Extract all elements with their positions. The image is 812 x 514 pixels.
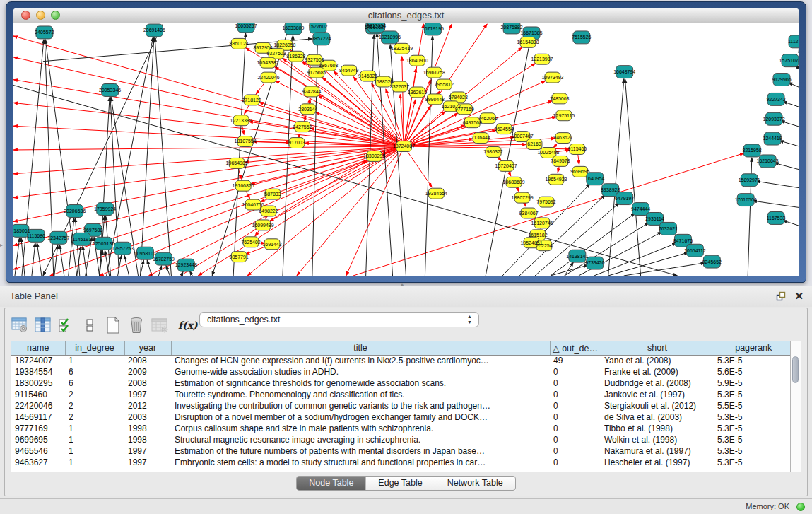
table-cell[interactable]: Genome-wide association studies in ADHD.: [171, 366, 550, 378]
table-cell[interactable]: 0: [550, 434, 601, 445]
table-cell[interactable]: Jankovic et al. (1997): [601, 389, 714, 400]
table-row[interactable]: 946554611997Estimation of the future num…: [11, 445, 793, 457]
graph-edge[interactable]: [783, 102, 799, 107]
close-panel-icon[interactable]: ✕: [794, 291, 804, 302]
table-cell[interactable]: 1: [65, 355, 124, 366]
table-cell[interactable]: Franke et al. (2009): [601, 366, 714, 378]
column-header-name[interactable]: name: [11, 341, 65, 355]
column-header-year[interactable]: year: [124, 341, 171, 355]
table-cell[interactable]: 1: [65, 434, 124, 445]
new-table-icon[interactable]: [104, 317, 122, 334]
graph-edge[interactable]: [54, 245, 58, 276]
sidebar-collapse-arrow[interactable]: ▸: [0, 242, 3, 248]
column-header-in_degree[interactable]: in_degree: [65, 341, 124, 355]
table-cell[interactable]: 9115460: [11, 389, 65, 400]
table-cell[interactable]: 2003: [124, 411, 171, 423]
vertical-scrollbar[interactable]: [790, 341, 801, 472]
graph-edge[interactable]: [781, 121, 799, 127]
table-cell[interactable]: 19384554: [11, 366, 65, 378]
function-builder-icon[interactable]: f(x): [178, 320, 198, 331]
graph-edge[interactable]: [15, 238, 20, 276]
graph-edge[interactable]: [535, 203, 619, 276]
float-panel-icon[interactable]: [776, 291, 786, 301]
table-row[interactable]: 1456911722003Disruption of a novel membe…: [11, 411, 793, 423]
table-cell[interactable]: 5.3E-5: [714, 389, 793, 400]
column-header-out_de[interactable]: △ out_de…: [550, 341, 601, 355]
table-row[interactable]: 2242004622012Investigating the contribut…: [11, 400, 793, 411]
network-svg[interactable]: 2405572206914061065525716033809152760278…: [13, 23, 799, 276]
table-row[interactable]: 969969511998Structural magnetic resonanc…: [11, 434, 793, 445]
table-cell[interactable]: 2009: [124, 366, 171, 378]
table-cell[interactable]: 9777169: [11, 423, 65, 434]
table-cell[interactable]: 5.6E-5: [714, 366, 793, 378]
column-header-pagerank[interactable]: pagerank: [714, 341, 793, 355]
table-cell[interactable]: 1997: [124, 457, 171, 468]
tab-edge-table[interactable]: Edge Table: [365, 477, 434, 490]
graph-edge[interactable]: [624, 263, 705, 276]
table-row[interactable]: 946362711997Embryonic stem cells: a mode…: [11, 457, 793, 468]
table-cell[interactable]: 0: [550, 400, 601, 411]
table-cell[interactable]: Wolkin et al. (1998): [601, 434, 714, 445]
table-cell[interactable]: 0: [550, 378, 601, 389]
table-cell[interactable]: 6: [65, 366, 124, 378]
table-row[interactable]: 1830029562008Estimation of significance …: [11, 378, 793, 389]
table-row[interactable]: 911546021997Tourette syndrome. Phenomeno…: [11, 389, 793, 400]
graph-edge[interactable]: [13, 103, 404, 146]
table-cell[interactable]: 2008: [124, 378, 171, 389]
graph-edge[interactable]: [13, 146, 404, 245]
table-cell[interactable]: Structural magnetic resonance image aver…: [171, 434, 550, 445]
scrollbar-thumb[interactable]: [792, 356, 799, 383]
table-cell[interactable]: Tourette syndrome. Phenomenology and cla…: [171, 389, 550, 400]
table-cell[interactable]: 2: [65, 411, 124, 423]
graph-edge[interactable]: [83, 246, 87, 276]
graph-edge[interactable]: [189, 271, 192, 276]
column-header-short[interactable]: short: [601, 341, 714, 355]
table-cell[interactable]: Disruption of a novel member of a sodium…: [171, 411, 550, 423]
table-cell[interactable]: 0: [550, 411, 601, 423]
table-cell[interactable]: Estimation of the future numbers of pati…: [171, 445, 550, 457]
table-cell[interactable]: Embryonic stem cells: a model to study s…: [171, 457, 550, 468]
table-cell[interactable]: 5.3E-5: [714, 457, 793, 468]
table-cell[interactable]: 49: [550, 355, 601, 366]
table-cell[interactable]: 9465546: [11, 445, 65, 457]
network-view-window[interactable]: citations_edges.txt 24055722069140610655…: [6, 1, 806, 283]
network-canvas[interactable]: 2405572206914061065525716033809152760278…: [13, 23, 799, 276]
table-cell[interactable]: 2012: [124, 400, 171, 411]
table-cell[interactable]: 18300295: [11, 378, 65, 389]
table-cell[interactable]: 1998: [124, 434, 171, 445]
table-cell[interactable]: Tibbo et al. (1998): [601, 423, 714, 434]
graph-edge[interactable]: [353, 153, 744, 276]
table-cell[interactable]: 0: [550, 423, 601, 434]
table-cell[interactable]: 6: [65, 378, 124, 389]
table-cell[interactable]: 1: [65, 457, 124, 468]
table-cell[interactable]: Corpus callosum shape and size in male p…: [171, 423, 550, 434]
table-cell[interactable]: Stergiakouli et al. (2012): [601, 400, 714, 411]
graph-edge[interactable]: [147, 260, 151, 276]
graph-edge[interactable]: [799, 49, 799, 50]
graph-edge[interactable]: [13, 146, 404, 150]
table-row[interactable]: 1938455462009Genome-wide association stu…: [11, 366, 793, 378]
table-cell[interactable]: 5.3E-5: [714, 423, 793, 434]
table-cell[interactable]: 1998: [124, 423, 171, 434]
graph-edge[interactable]: [608, 252, 688, 276]
graph-edge[interactable]: [756, 181, 799, 187]
column-header-title[interactable]: title: [171, 341, 550, 355]
graph-edge[interactable]: [37, 243, 42, 276]
graph-edge[interactable]: [13, 36, 404, 146]
graph-edge[interactable]: [783, 221, 799, 226]
table-cell[interactable]: 2008: [124, 355, 171, 366]
graph-edge[interactable]: [32, 243, 35, 276]
table-settings-icon[interactable]: [11, 317, 29, 334]
table-row[interactable]: 1872400712008Changes of HCN gene express…: [11, 355, 793, 366]
import-table-icon[interactable]: [151, 317, 169, 334]
graph-edge[interactable]: [608, 79, 624, 276]
graph-edge[interactable]: [124, 255, 129, 276]
graph-edge[interactable]: [166, 265, 170, 276]
table-cell[interactable]: 1: [65, 445, 124, 457]
table-cell[interactable]: 14569117: [11, 411, 65, 423]
table-cell[interactable]: 5.3E-5: [714, 411, 793, 423]
table-cell[interactable]: 5.5E-5: [714, 400, 793, 411]
table-cell[interactable]: 2: [65, 400, 124, 411]
graph-edge[interactable]: [13, 146, 404, 198]
table-cell[interactable]: Investigating the contribution of common…: [171, 400, 550, 411]
